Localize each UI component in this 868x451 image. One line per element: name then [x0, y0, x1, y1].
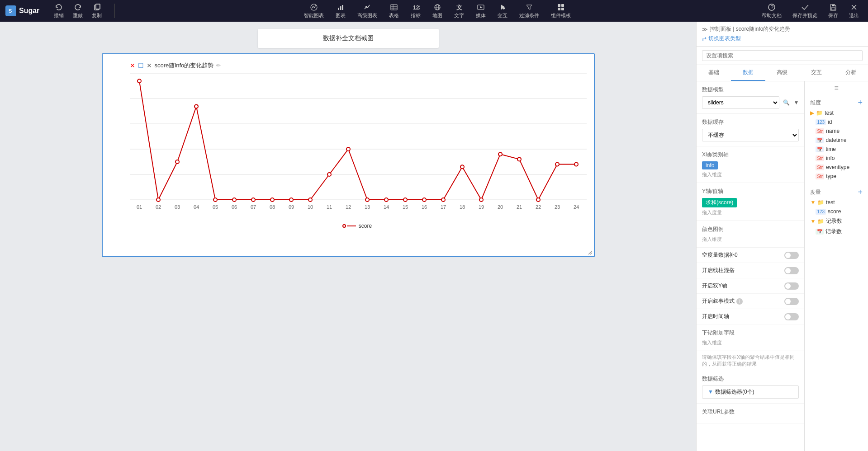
mea-records-folder[interactable]: ▼ 📁 记录数 [805, 216, 868, 226]
chart-edit-button[interactable]: ✏ [216, 62, 221, 69]
tab-interact[interactable]: 交互 [799, 65, 834, 81]
svg-text:20: 20 [497, 204, 503, 210]
panel-breadcrumb: ≫ 控制面板 | score随info的变化趋势 [702, 25, 863, 33]
expand-icon[interactable]: ▼ [793, 99, 799, 106]
tab-basic[interactable]: 基础 [697, 65, 731, 81]
dim-datetime[interactable]: 📅 datetime [805, 136, 868, 145]
svg-point-90 [574, 163, 578, 166]
mea-folder-test[interactable]: ▼ 📁 test [805, 198, 868, 207]
svg-text:05: 05 [212, 204, 218, 210]
toolbar-tools: 智能图表 图表 高级图表 表格 123 指标 地图 文 文字 媒体 [124, 1, 751, 21]
tool-advanced-chart[interactable]: 高级图表 [352, 1, 383, 21]
tool-chart[interactable]: 图表 [330, 1, 351, 21]
svg-text:03: 03 [174, 204, 180, 210]
tool-metric[interactable]: 123 指标 [405, 1, 426, 21]
breadcrumb-expand-icon[interactable]: ≫ [702, 26, 708, 33]
data-model-select[interactable]: sliders [702, 96, 779, 109]
svg-text:?: ? [771, 4, 774, 10]
line-bar-toggle[interactable] [784, 267, 799, 274]
measure-header-label: 度量 [810, 188, 821, 196]
switch-chart-type-link[interactable]: ⇄ 切换图表类型 [702, 35, 863, 42]
dimension-add-button[interactable]: + [858, 99, 863, 107]
search-icon[interactable]: 🔍 [783, 99, 790, 106]
tool-media[interactable]: 媒体 [470, 1, 491, 21]
dim-type-name: type [826, 173, 863, 179]
panel-tabs: 基础 数据 高级 交互 分析 [697, 65, 868, 81]
svg-text:文: 文 [456, 4, 462, 11]
tab-advanced[interactable]: 高级 [765, 65, 800, 81]
time-axis-toggle[interactable] [784, 313, 799, 320]
svg-point-71 [213, 198, 217, 202]
panel-header: ≫ 控制面板 | score随info的变化趋势 ⇄ 切换图表类型 [697, 22, 868, 47]
narrative-info-icon: i [736, 298, 743, 305]
tool-text[interactable]: 文 文字 [449, 1, 470, 21]
y-axis-add-measure[interactable]: 拖入度量 [702, 209, 799, 216]
narrative-toggle[interactable] [784, 298, 799, 305]
save-preview-button[interactable]: 保存并预览 [789, 1, 821, 21]
toolbar-right: ? 帮助文档 保存并预览 保存 退出 [758, 1, 863, 21]
drill-hint: 请确保该字段在X轴的聚合结果中值是相同的，从而获得正确的结果 [697, 351, 804, 371]
svg-point-84 [460, 165, 464, 169]
redo-button[interactable]: 重做 [69, 1, 86, 21]
undo-button[interactable]: 撤销 [50, 1, 67, 21]
save-button[interactable]: 保存 [825, 1, 842, 21]
help-button[interactable]: ? 帮助文档 [758, 1, 785, 21]
tool-filter[interactable]: 过滤条件 [514, 1, 545, 21]
tab-analysis[interactable]: 分析 [834, 65, 868, 81]
svg-point-67 [138, 79, 141, 83]
data-cache-select[interactable]: 不缓存 [702, 129, 799, 141]
svg-point-75 [289, 198, 293, 202]
dim-type[interactable]: Str type [805, 172, 868, 181]
svg-point-81 [403, 198, 407, 202]
filter-button[interactable]: ▼ 数据筛选器(0个) [702, 385, 799, 399]
null-fill-label: 空度量数据补0 [702, 251, 738, 259]
drill-add[interactable]: 拖入维度 [702, 339, 799, 346]
breadcrumb-text: 控制面板 | score随info的变化趋势 [710, 25, 790, 33]
x-axis-add-dim[interactable]: 拖入维度 [702, 171, 799, 178]
data-cache-section: 数据缓存 不缓存 [697, 114, 804, 146]
svg-text:17: 17 [440, 204, 446, 210]
chart-eye-button[interactable]: ☐ [138, 62, 144, 69]
toolbar-separator [114, 4, 115, 18]
dim-info[interactable]: Str info [805, 154, 868, 163]
mea-score[interactable]: 123 score [805, 207, 868, 216]
dim-time[interactable]: 📅 time [805, 145, 868, 154]
exit-button[interactable]: 退出 [845, 1, 863, 21]
color-legend-add[interactable]: 拖入维度 [702, 236, 799, 243]
type-badge-cal-time: 📅 [816, 146, 824, 152]
dim-eventtype[interactable]: Str eventtype [805, 163, 868, 172]
dim-id[interactable]: 123 id [805, 117, 868, 127]
tool-ai-chart[interactable]: 智能图表 [299, 1, 329, 21]
tool-map[interactable]: 地图 [427, 1, 448, 21]
chart-resize-handle[interactable] [588, 250, 593, 255]
chart-pin-button[interactable]: ✕ [147, 62, 152, 69]
type-badge-str: Str [816, 128, 824, 134]
settings-search-input[interactable] [702, 50, 863, 61]
y-axis-tag[interactable]: 求和(score) [702, 198, 737, 207]
tool-template[interactable]: 组件模板 [545, 1, 576, 21]
panel-body: 数据模型 sliders 🔍 ▼ 数据缓存 不缓存 [697, 81, 868, 451]
panel-split: 数据模型 sliders 🔍 ▼ 数据缓存 不缓存 [697, 81, 868, 451]
mea-records-item[interactable]: 📅 记录数 [805, 226, 868, 237]
dim-name[interactable]: Str name [805, 127, 868, 136]
panel-left-col: 数据模型 sliders 🔍 ▼ 数据缓存 不缓存 [697, 81, 805, 451]
svg-point-76 [308, 198, 312, 202]
svg-text:06: 06 [231, 204, 237, 210]
tool-interact[interactable]: 交互 [492, 1, 513, 21]
svg-point-82 [422, 198, 426, 202]
x-axis-label: X轴/类别轴 [702, 151, 799, 159]
dim-folder-test[interactable]: ▶ 📁 test [805, 108, 868, 117]
x-axis-tag[interactable]: info [702, 161, 718, 169]
chart-svg: 0 50 100 150 200 250 01 02 03 04 05 06 0… [130, 73, 587, 218]
dim-datetime-name: datetime [825, 137, 863, 143]
dual-y-toggle[interactable] [784, 282, 799, 290]
svg-text:S: S [9, 8, 12, 14]
chart-close-button[interactable]: ✕ [130, 62, 135, 69]
measure-add-button[interactable]: + [858, 188, 863, 196]
null-fill-toggle[interactable] [784, 252, 799, 259]
tab-data[interactable]: 数据 [731, 65, 765, 81]
svg-text:04: 04 [193, 204, 199, 210]
svg-rect-3 [96, 4, 100, 9]
copy-button[interactable]: 复制 [88, 1, 105, 21]
tool-table[interactable]: 表格 [384, 1, 404, 21]
